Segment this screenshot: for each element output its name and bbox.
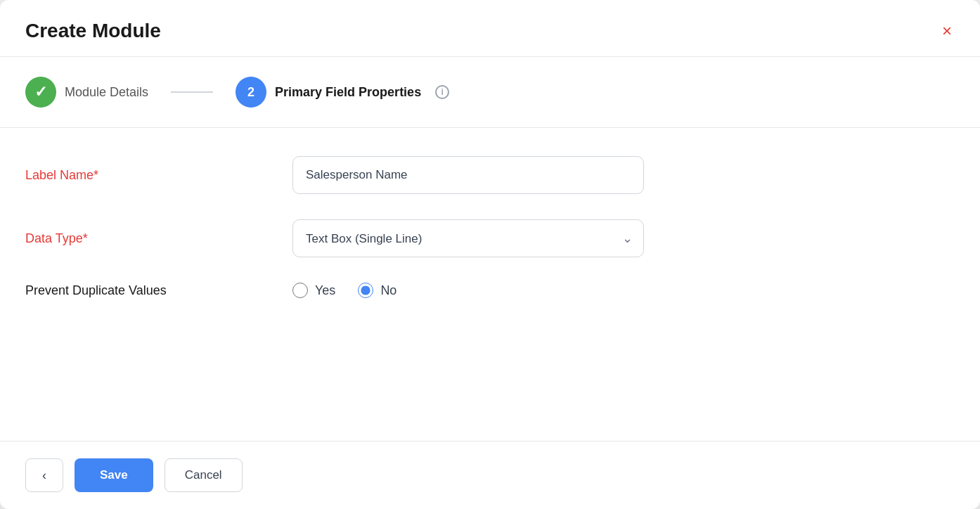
save-button[interactable]: Save	[75, 458, 153, 492]
data-type-label: Data Type*	[25, 231, 292, 246]
close-button[interactable]: ×	[939, 20, 955, 42]
data-type-select[interactable]: Text Box (Single Line) Text Area Number …	[292, 219, 644, 257]
radio-yes-label: Yes	[315, 283, 335, 298]
info-icon[interactable]: i	[435, 85, 449, 99]
cancel-button[interactable]: Cancel	[165, 458, 243, 492]
radio-yes-option[interactable]: Yes	[292, 283, 335, 298]
step-2: 2 Primary Field Properties i	[236, 77, 449, 108]
label-name-input[interactable]	[292, 156, 644, 194]
radio-no-option[interactable]: No	[358, 283, 396, 298]
checkmark-icon: ✓	[34, 83, 47, 101]
radio-yes-input[interactable]	[292, 283, 308, 298]
data-type-select-wrapper: Text Box (Single Line) Text Area Number …	[292, 219, 644, 257]
step-2-circle: 2	[236, 77, 266, 108]
data-type-row: Data Type* Text Box (Single Line) Text A…	[25, 219, 955, 257]
step-divider	[171, 91, 213, 93]
modal-title: Create Module	[25, 20, 161, 42]
modal-footer: ‹ Save Cancel	[0, 441, 980, 509]
back-button[interactable]: ‹	[25, 458, 63, 492]
step-1-label: Module Details	[65, 85, 148, 100]
step-2-label: Primary Field Properties	[275, 85, 421, 100]
label-name-label: Label Name*	[25, 168, 292, 183]
prevent-duplicate-row: Prevent Duplicate Values Yes No	[25, 283, 955, 298]
radio-no-label: No	[380, 283, 396, 298]
back-icon: ‹	[42, 468, 46, 483]
step-1-circle: ✓	[25, 77, 56, 108]
step-2-number: 2	[247, 85, 254, 100]
close-icon: ×	[942, 22, 952, 39]
form-section: Label Name* Data Type* Text Box (Single …	[0, 128, 980, 441]
label-name-row: Label Name*	[25, 156, 955, 194]
stepper: ✓ Module Details 2 Primary Field Propert…	[0, 57, 980, 128]
modal-header: Create Module ×	[0, 0, 980, 57]
create-module-modal: Create Module × ✓ Module Details 2 Prima…	[0, 0, 980, 509]
radio-no-input[interactable]	[358, 283, 373, 298]
prevent-duplicate-label: Prevent Duplicate Values	[25, 283, 292, 298]
prevent-duplicate-radio-group: Yes No	[292, 283, 396, 298]
step-1: ✓ Module Details	[25, 77, 148, 108]
